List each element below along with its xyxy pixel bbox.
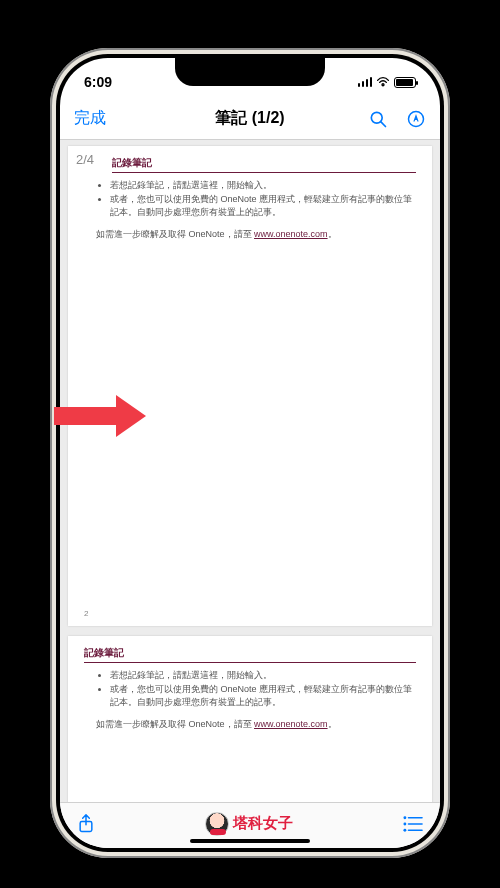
share-icon <box>76 813 96 835</box>
doc-text: 。 <box>328 229 337 239</box>
svg-point-4 <box>403 816 406 819</box>
document-page[interactable]: 2/4 記錄筆記 若想記錄筆記，請點選這裡，開始輸入。 或者，您也可以使用免費的… <box>68 146 432 626</box>
list-button[interactable] <box>402 815 424 833</box>
onenote-link[interactable]: www.onenote.com <box>254 719 328 729</box>
search-button[interactable] <box>368 109 388 129</box>
search-icon <box>368 109 388 129</box>
share-button[interactable] <box>76 813 96 835</box>
home-indicator[interactable] <box>190 839 310 843</box>
doc-paragraph: 如需進一步瞭解及取得 OneNote，請至 www.onenote.com。 <box>96 228 404 242</box>
list-icon <box>402 815 424 833</box>
doc-text: 。 <box>328 719 337 729</box>
phone-bezel: 6:09 完成 筆記 (1/2) <box>56 54 444 852</box>
brand-text: 塔科女子 <box>233 814 293 833</box>
svg-line-1 <box>381 121 386 126</box>
doc-text: 如需進一步瞭解及取得 OneNote，請至 <box>96 229 254 239</box>
nav-title: 筆記 (1/2) <box>215 108 284 129</box>
brand-watermark: 塔科女子 <box>205 812 293 836</box>
doc-bullet-list: 若想記錄筆記，請點選這裡，開始輸入。 或者，您也可以使用免費的 OneNote … <box>84 179 416 220</box>
bottom-toolbar: 塔科女子 <box>60 802 440 848</box>
document-viewport[interactable]: 2/4 記錄筆記 若想記錄筆記，請點選這裡，開始輸入。 或者，您也可以使用免費的… <box>60 140 440 802</box>
annotation-arrow <box>54 395 150 435</box>
notch <box>175 58 325 86</box>
doc-paragraph: 如需進一步瞭解及取得 OneNote，請至 www.onenote.com。 <box>96 718 404 732</box>
doc-heading: 記錄筆記 <box>112 156 416 173</box>
done-button[interactable]: 完成 <box>74 108 106 129</box>
doc-bullet: 或者，您也可以使用免費的 OneNote 應用程式，輕鬆建立所有記事的數位筆記本… <box>110 683 416 710</box>
doc-heading: 記錄筆記 <box>84 646 416 663</box>
screen: 6:09 完成 筆記 (1/2) <box>60 58 440 848</box>
doc-bullet: 或者，您也可以使用免費的 OneNote 應用程式，輕鬆建立所有記事的數位筆記本… <box>110 193 416 220</box>
onenote-link[interactable]: www.onenote.com <box>254 229 328 239</box>
doc-bullet: 若想記錄筆記，請點選這裡，開始輸入。 <box>110 669 416 683</box>
doc-bullet-list: 若想記錄筆記，請點選這裡，開始輸入。 或者，您也可以使用免費的 OneNote … <box>84 669 416 710</box>
svg-point-6 <box>403 822 406 825</box>
svg-point-8 <box>403 828 406 831</box>
brand-avatar-icon <box>205 812 229 836</box>
nav-bar: 完成 筆記 (1/2) <box>60 98 440 140</box>
page-number: 2 <box>84 609 88 618</box>
doc-bullet: 若想記錄筆記，請點選這裡，開始輸入。 <box>110 179 416 193</box>
doc-text: 如需進一步瞭解及取得 OneNote，請至 <box>96 719 254 729</box>
cellular-icon <box>358 77 373 87</box>
status-indicators <box>358 77 417 88</box>
wifi-icon <box>376 77 390 87</box>
status-time: 6:09 <box>84 74 112 90</box>
markup-icon <box>406 109 426 129</box>
markup-button[interactable] <box>406 109 426 129</box>
battery-icon <box>394 77 416 88</box>
phone-frame: 6:09 完成 筆記 (1/2) <box>50 48 450 858</box>
page-indicator: 2/4 <box>76 152 94 167</box>
document-page[interactable]: 記錄筆記 若想記錄筆記，請點選這裡，開始輸入。 或者，您也可以使用免費的 One… <box>68 636 432 802</box>
